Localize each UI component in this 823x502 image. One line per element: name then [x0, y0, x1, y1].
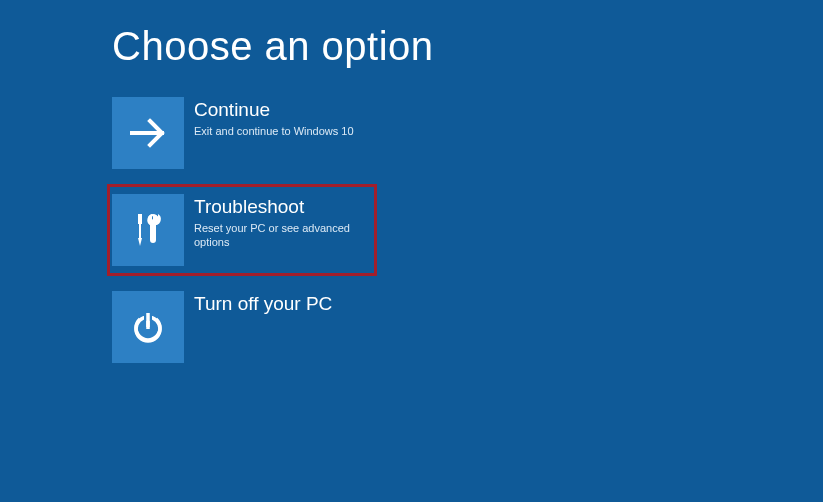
- tools-icon: [112, 194, 184, 266]
- options-list: Continue Exit and continue to Windows 10: [112, 97, 823, 363]
- option-title: Turn off your PC: [194, 293, 332, 316]
- option-turn-off[interactable]: Turn off your PC: [112, 291, 372, 363]
- page-title: Choose an option: [112, 24, 823, 69]
- svg-rect-0: [138, 214, 142, 224]
- option-title: Continue: [194, 99, 354, 122]
- option-desc: Reset your PC or see advanced options: [194, 221, 367, 250]
- svg-rect-1: [139, 224, 141, 238]
- svg-rect-3: [152, 225, 155, 240]
- option-continue[interactable]: Continue Exit and continue to Windows 10: [112, 97, 372, 169]
- option-desc: Exit and continue to Windows 10: [194, 124, 354, 138]
- option-title: Troubleshoot: [194, 196, 367, 219]
- svg-marker-2: [138, 238, 142, 246]
- power-icon: [112, 291, 184, 363]
- arrow-right-icon: [112, 97, 184, 169]
- option-troubleshoot[interactable]: Troubleshoot Reset your PC or see advanc…: [112, 189, 372, 271]
